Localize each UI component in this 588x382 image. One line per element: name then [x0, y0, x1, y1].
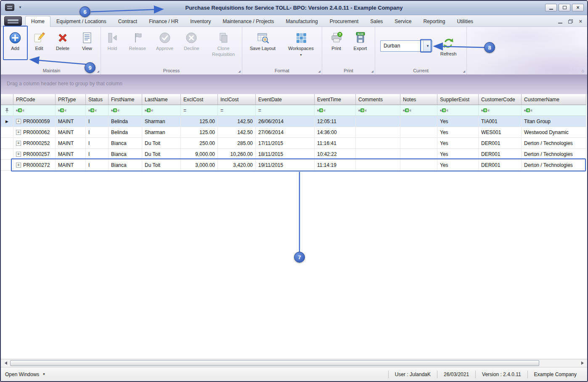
table-row[interactable]: +PR0000257MAINTIBiancaDu Toit9,000.0010,… — [1, 149, 586, 160]
mdi-minimize-icon[interactable] — [558, 23, 562, 24]
cell-value: 27/06/2014 — [258, 129, 283, 135]
scroll-left-button[interactable] — [2, 360, 9, 366]
minimize-button[interactable] — [545, 4, 557, 11]
tab-service[interactable]: Service — [389, 16, 417, 26]
column-header-firstname[interactable]: FirstName — [109, 94, 142, 105]
tab-maintenance-projects[interactable]: Maintenance / Projects — [217, 16, 280, 26]
cell-inclcost: 142.50 — [218, 116, 256, 127]
application-menu-button[interactable] — [4, 16, 22, 26]
tab-reporting[interactable]: Reporting — [417, 16, 451, 26]
column-header-label-status: Status — [88, 97, 103, 103]
filter-cell-inclcost[interactable]: = — [218, 105, 256, 116]
cell-customercode: WES001 — [479, 127, 522, 138]
scrollbar-thumb[interactable] — [10, 360, 539, 366]
cell-lastname: Du Toit — [142, 149, 181, 160]
tab-inventory[interactable]: Inventory — [184, 16, 217, 26]
table-row[interactable]: +PR0000272MAINTIBiancaDu Toit3,000.003,4… — [1, 160, 586, 171]
expand-icon[interactable]: + — [16, 152, 21, 157]
delete-button[interactable]: Delete — [51, 30, 74, 52]
filter-cell-eventtime[interactable]: aBc — [315, 105, 356, 116]
filter-cell-exclcost[interactable]: = — [181, 105, 218, 116]
process-dialog-launcher-icon[interactable]: ◢ — [238, 70, 241, 73]
maintain-dialog-launcher-icon[interactable]: ◢ — [97, 70, 99, 73]
tab-contract[interactable]: Contract — [112, 16, 143, 26]
column-header-inclcost[interactable]: InclCost — [218, 94, 256, 105]
column-header-status[interactable]: Status — [86, 94, 109, 105]
workspaces-button[interactable]: Workspaces ▼ — [283, 30, 320, 57]
refresh-button[interactable]: Refresh — [437, 35, 460, 57]
mdi-restore-icon[interactable] — [568, 19, 573, 24]
expand-icon[interactable]: + — [16, 163, 21, 168]
tab-home[interactable]: Home — [25, 16, 50, 27]
filter-row-indicator-cell[interactable] — [1, 105, 13, 116]
column-header-eventdate[interactable]: EventDate — [256, 94, 315, 105]
save-layout-button[interactable]: Save Layout — [245, 30, 281, 52]
edit-button-label: Edit — [35, 46, 43, 52]
cell-firstname: Bianca — [109, 160, 142, 171]
filter-cell-lastname[interactable]: aBc — [142, 105, 181, 116]
column-header-prtype[interactable]: PRType — [56, 94, 86, 105]
format-dialog-launcher-icon[interactable]: ◢ — [318, 70, 320, 73]
abc-filter-icon: aBc — [145, 108, 153, 112]
filter-cell-customername[interactable]: aBc — [522, 105, 586, 116]
approve-button[interactable]: Approve — [152, 30, 177, 52]
column-header-eventtime[interactable]: EventTime — [315, 94, 356, 105]
column-header-customername[interactable]: CustomerName — [522, 94, 586, 105]
cell-value: 125.00 — [199, 129, 215, 135]
expand-icon[interactable]: + — [16, 130, 21, 135]
edit-button[interactable]: Edit — [29, 30, 50, 52]
tab-manufacturing[interactable]: Manufacturing — [280, 16, 324, 26]
tab-procurement[interactable]: Procurement — [324, 16, 365, 26]
site-combobox-dropdown-button[interactable]: ▼ — [423, 41, 432, 51]
tab-finance-hr[interactable]: Finance / HR — [143, 16, 184, 26]
column-header-comments[interactable]: Comments — [356, 94, 400, 105]
column-header-exclcost[interactable]: ExclCost — [181, 94, 218, 105]
hold-button[interactable]: Hold — [102, 30, 123, 52]
abc-filter-icon: aBc — [88, 108, 97, 112]
tab-utilities[interactable]: Utilities — [451, 16, 479, 26]
mdi-close-icon[interactable]: × — [579, 18, 582, 24]
table-row[interactable]: ▶+PR0000059MAINTIBelindaSharman125.00142… — [1, 116, 586, 127]
column-header-lastname[interactable]: LastName — [142, 94, 181, 105]
filter-cell-customercode[interactable]: aBc — [479, 105, 522, 116]
column-header-supplierexist[interactable]: SupplierExist — [437, 94, 479, 105]
filter-cell-prcode[interactable]: aBc — [13, 105, 56, 116]
filter-cell-notes[interactable]: aBc — [400, 105, 437, 116]
close-button[interactable]: × — [572, 4, 584, 11]
maximize-button[interactable] — [559, 4, 570, 11]
group-by-band[interactable]: Drag a column header here to group by th… — [1, 75, 587, 94]
export-button[interactable]: XLSX Export — [349, 30, 372, 52]
open-windows-button[interactable]: Open Windows ▼ — [5, 371, 45, 377]
filter-cell-firstname[interactable]: aBc — [109, 105, 142, 116]
filter-cell-comments[interactable]: aBc — [356, 105, 400, 116]
filter-cell-supplierexist[interactable]: aBc — [437, 105, 479, 116]
column-header-prcode[interactable]: PRCode — [13, 94, 56, 105]
column-header-notes[interactable]: Notes — [400, 94, 437, 105]
table-row[interactable]: +PR0000062MAINTIBelindaSharman125.00142.… — [1, 127, 586, 138]
cell-customercode: DER001 — [479, 138, 522, 149]
print-dialog-launcher-icon[interactable]: ◢ — [371, 70, 373, 73]
table-row[interactable]: +PR0000252MAINTIBiancaDu Toit250.00285.0… — [1, 138, 586, 149]
clone-requisition-button[interactable]: Clone Requisition — [206, 30, 241, 58]
add-button[interactable]: Add — [3, 30, 27, 52]
tab-sales[interactable]: Sales — [364, 16, 389, 26]
site-combobox[interactable]: Durban ▼ — [380, 40, 432, 52]
decline-button[interactable]: Decline — [180, 30, 203, 52]
expand-icon[interactable]: + — [16, 141, 21, 146]
column-header-customercode[interactable]: CustomerCode — [479, 94, 522, 105]
release-button[interactable]: Release — [125, 30, 150, 52]
expand-icon[interactable]: + — [16, 119, 21, 124]
filter-cell-prtype[interactable]: aBc — [56, 105, 86, 116]
window-title: Purchase Requisitions for Service TOLL -… — [1, 1, 587, 15]
horizontal-scrollbar[interactable] — [1, 359, 587, 366]
ribbon-group-process-label: Process — [163, 68, 180, 73]
tab-equipment-locations[interactable]: Equipment / Locations — [50, 16, 112, 26]
filter-cell-eventdate[interactable]: = — [256, 105, 315, 116]
view-button[interactable]: View — [76, 30, 98, 52]
filter-cell-status[interactable]: aBc — [86, 105, 109, 116]
refresh-button-label: Refresh — [440, 51, 457, 57]
current-dialog-launcher-icon[interactable]: ◢ — [463, 70, 465, 73]
collapse-ribbon-icon[interactable]: ⌂ — [581, 68, 584, 73]
print-button[interactable]: ? Print — [326, 30, 347, 52]
scroll-right-button[interactable] — [579, 360, 586, 366]
